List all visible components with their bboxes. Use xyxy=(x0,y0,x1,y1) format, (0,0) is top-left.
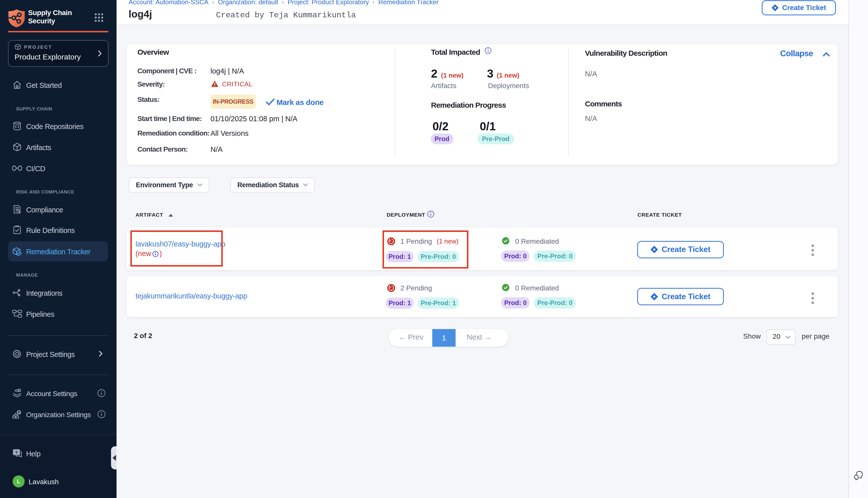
svg-text:?: ? xyxy=(15,450,17,455)
